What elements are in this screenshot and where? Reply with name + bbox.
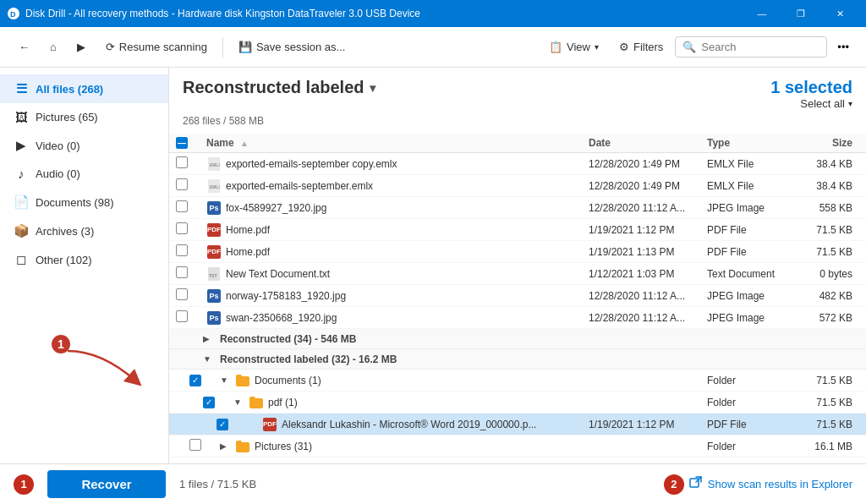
file-type: JPEG Image <box>707 290 800 302</box>
list-item[interactable]: Ps fox-4589927_1920.jpg 12/28/2020 11:12… <box>169 197 866 219</box>
sidebar-item-all-files[interactable]: ☰ All files (268) <box>0 74 168 103</box>
toolbar: ← ⌂ ▶ ⟳ Resume scanning 💾 Save session a… <box>0 27 866 68</box>
restore-button[interactable]: ❐ <box>781 0 820 27</box>
more-button[interactable]: ••• <box>830 36 856 58</box>
chevron-down-icon: ▾ <box>595 42 599 52</box>
file-size: 71.5 KB <box>800 246 859 258</box>
file-type: Text Document <box>707 268 800 280</box>
list-item[interactable]: EMLX exported-emails-september.emlx 12/2… <box>169 175 866 197</box>
search-input[interactable] <box>701 41 819 53</box>
close-button[interactable]: ✕ <box>820 0 859 27</box>
file-checkbox-6[interactable] <box>176 288 188 300</box>
file-checkbox-5[interactable] <box>176 266 188 278</box>
resume-scanning-button[interactable]: ⟳ Resume scanning <box>97 36 216 58</box>
list-item[interactable]: Ps norway-1758183_1920.jpg 12/28/2020 11… <box>169 285 866 307</box>
group-row-labeled[interactable]: ▼ Reconstructed labeled (32) - 16.2 MB <box>169 349 866 370</box>
file-size: 38.4 KB <box>800 180 859 192</box>
documents-icon: 📄 <box>14 194 29 210</box>
resume-icon: ⟳ <box>106 41 115 53</box>
file-checkbox-3[interactable] <box>176 222 188 234</box>
forward-button[interactable]: ▶ <box>69 36 94 58</box>
file-checkbox-4[interactable] <box>176 244 188 256</box>
sidebar-item-label: Archives (3) <box>36 225 94 238</box>
sidebar-item-other[interactable]: ◻ Other (102) <box>0 245 168 274</box>
folder-icon <box>235 439 250 454</box>
step-2-badge: 2 <box>664 474 684 495</box>
file-size: 38.4 KB <box>800 158 859 170</box>
date-header-label: Date <box>589 137 611 149</box>
select-all-button[interactable]: Select all ▾ <box>770 97 852 110</box>
home-button[interactable]: ⌂ <box>41 36 65 58</box>
folder-icon <box>235 373 250 388</box>
home-icon: ⌂ <box>50 41 57 53</box>
tree-type: PDF File <box>707 419 800 430</box>
file-size: 71.5 KB <box>800 224 859 236</box>
tree-checkbox-pictures[interactable] <box>189 439 201 451</box>
all-files-icon: ☰ <box>14 81 29 96</box>
search-box[interactable]: 🔍 <box>675 36 827 58</box>
tree-expand-docs-icon[interactable]: ▼ <box>220 375 233 385</box>
content-title: Reconstructed labeled ▾ <box>183 78 375 97</box>
check-all-column[interactable]: — <box>176 137 203 149</box>
file-type-icon: Ps <box>206 310 222 326</box>
check-all-checkbox[interactable]: — <box>176 137 188 149</box>
size-column-header[interactable]: Size <box>800 137 859 149</box>
list-item[interactable]: PDF Home.pdf 1/19/2021 1:12 PM PDF File … <box>169 219 866 241</box>
save-session-button[interactable]: 💾 Save session as... <box>230 36 354 58</box>
list-item[interactable]: ✓ ▼ pdf (1) Folder 71.5 KB <box>169 392 866 414</box>
file-checkbox-0[interactable] <box>176 156 188 168</box>
show-in-explorer-link[interactable]: Show scan results in Explorer <box>689 476 852 492</box>
file-name: New Text Document.txt <box>226 268 330 280</box>
file-date: 12/28/2020 1:49 PM <box>589 180 707 192</box>
file-checkbox-1[interactable] <box>176 178 188 190</box>
file-name: norway-1758183_1920.jpg <box>226 290 346 302</box>
list-item[interactable]: PDF Home.pdf 1/19/2021 1:13 PM PDF File … <box>169 241 866 263</box>
name-column-header[interactable]: Name ▲ <box>203 137 589 149</box>
title-dropdown-icon[interactable]: ▾ <box>370 81 375 95</box>
list-item[interactable]: TXT New Text Document.txt 1/12/2021 1:03… <box>169 263 866 285</box>
tree-checkbox-pdf-file[interactable]: ✓ <box>216 419 228 430</box>
back-button[interactable]: ← <box>10 36 38 58</box>
sidebar-item-pictures[interactable]: 🖼 Pictures (65) <box>0 103 168 131</box>
date-column-header[interactable]: Date <box>589 137 707 149</box>
group-expand-icon[interactable]: ▶ <box>203 334 216 343</box>
file-date: 12/28/2020 11:12 A... <box>589 312 707 324</box>
file-type-icon: PDF <box>206 222 222 238</box>
recover-button[interactable]: Recover <box>47 470 166 498</box>
list-item[interactable]: EMLX exported-emails-september copy.emlx… <box>169 153 866 175</box>
sidebar-item-archives[interactable]: 📦 Archives (3) <box>0 216 168 245</box>
file-list-header: — Name ▲ Date Type Size <box>169 134 866 153</box>
file-type: EMLX File <box>707 180 800 192</box>
list-item[interactable]: ✓ ▼ Documents (1) Folder 71.5 KB <box>169 370 866 392</box>
file-type: PDF File <box>707 246 800 258</box>
list-item[interactable]: ✓ PDF Aleksandr Lukashin - Microsoft® Wo… <box>169 414 866 436</box>
file-checkbox-2[interactable] <box>176 200 188 212</box>
content-area: Reconstructed labeled ▾ 1 selected Selec… <box>169 68 866 463</box>
filters-button[interactable]: ⚙ Filters <box>611 36 671 58</box>
group-collapse-icon[interactable]: ▼ <box>203 354 216 364</box>
sidebar-item-video[interactable]: ▶ Video (0) <box>0 131 168 160</box>
tree-expand-pdf-icon[interactable]: ▼ <box>233 397 247 407</box>
list-item[interactable]: ▶ Pictures (31) Folder 16.1 MB <box>169 436 866 457</box>
file-size: 482 KB <box>800 290 859 302</box>
minimize-button[interactable]: — <box>743 0 781 27</box>
main-layout: ☰ All files (268) 🖼 Pictures (65) ▶ Vide… <box>0 68 866 463</box>
file-size: 572 KB <box>800 312 859 324</box>
list-item[interactable]: Ps swan-2350668_1920.jpg 12/28/2020 11:1… <box>169 307 866 329</box>
sidebar-item-audio[interactable]: ♪ Audio (0) <box>0 160 168 188</box>
tree-type: Folder <box>707 441 800 452</box>
view-button[interactable]: 📋 View ▾ <box>540 36 607 58</box>
tree-date: 1/19/2021 1:12 PM <box>589 419 707 430</box>
group-row-reconstructed[interactable]: ▶ Reconstructed (34) - 546 MB <box>169 329 866 349</box>
file-checkbox-7[interactable] <box>176 310 188 322</box>
tree-checkbox-docs[interactable]: ✓ <box>189 375 201 386</box>
audio-icon: ♪ <box>14 167 29 181</box>
view-label: View <box>567 41 590 53</box>
type-column-header[interactable]: Type <box>707 137 800 149</box>
svg-text:D: D <box>10 10 16 19</box>
tree-checkbox-pdf-folder[interactable]: ✓ <box>203 397 215 408</box>
sidebar-item-documents[interactable]: 📄 Documents (98) <box>0 188 168 216</box>
explorer-link-label: Show scan results in Explorer <box>708 478 852 490</box>
tree-expand-pictures-icon[interactable]: ▶ <box>220 441 233 451</box>
content-header: Reconstructed labeled ▾ 1 selected Selec… <box>169 68 866 113</box>
